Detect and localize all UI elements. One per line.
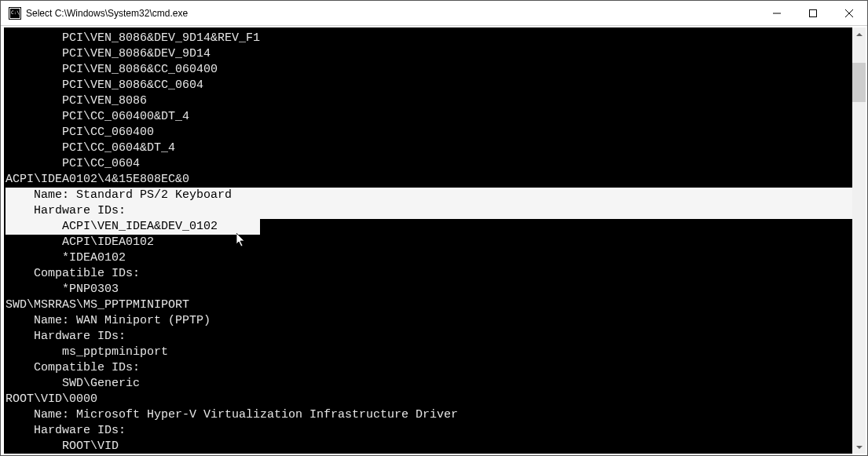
console-line[interactable]: PCI\VEN_8086 <box>5 93 852 109</box>
titlebar[interactable]: C:\ Select C:\Windows\System32\cmd.exe <box>1 1 867 26</box>
svg-text:C:\: C:\ <box>11 9 20 15</box>
console-line[interactable]: Hardware IDs: <box>5 203 852 219</box>
console-line[interactable]: ROOT\VID\0000 <box>5 392 852 407</box>
console-line[interactable]: *IDEA0102 <box>5 250 852 266</box>
scroll-track[interactable] <box>852 41 866 440</box>
vertical-scrollbar[interactable] <box>852 27 866 454</box>
scroll-up-button[interactable] <box>852 27 866 41</box>
scroll-down-button[interactable] <box>852 440 866 454</box>
console-line[interactable]: Name: Standard PS/2 Keyboard <box>5 188 852 203</box>
console-line[interactable]: Hardware IDs: <box>5 329 852 345</box>
svg-rect-5 <box>810 9 817 16</box>
console-line[interactable]: *PNP0303 <box>5 282 852 297</box>
console-line[interactable]: ACPI\IDEA0102\4&15E808EC&0 <box>5 172 852 188</box>
console-area[interactable]: PCI\VEN_8086&DEV_9D14&REV_F1 PCI\VEN_808… <box>4 27 866 454</box>
console-line[interactable]: ROOT\VID <box>5 439 852 454</box>
cmd-icon: C:\ <box>9 7 21 20</box>
console-line[interactable]: ACPI\IDEA0102 <box>5 235 852 250</box>
minimize-button[interactable] <box>759 1 795 25</box>
console-line[interactable]: Compatible IDs: <box>5 266 852 282</box>
console-line[interactable]: ms_pptpminiport <box>5 345 852 360</box>
console-line[interactable]: PCI\CC_060400 <box>5 125 852 140</box>
console-line[interactable]: PCI\VEN_8086&DEV_9D14&REV_F1 <box>5 31 852 46</box>
console-line[interactable]: SWD\Generic <box>5 376 852 392</box>
console-line[interactable]: PCI\CC_060400&DT_4 <box>5 109 852 125</box>
console-line[interactable]: Name: Microsoft Hyper-V Virtualization I… <box>5 407 852 423</box>
console-line[interactable]: PCI\VEN_8086&CC_0604 <box>5 78 852 93</box>
console-line[interactable]: PCI\VEN_8086&DEV_9D14 <box>5 46 852 62</box>
close-button[interactable] <box>831 1 867 25</box>
console-line[interactable]: Name: WAN Miniport (PPTP) <box>5 313 852 329</box>
console-line[interactable]: PCI\CC_0604&DT_4 <box>5 140 852 156</box>
console-line[interactable]: PCI\VEN_8086&CC_060400 <box>5 62 852 78</box>
console-line[interactable]: PCI\CC_0604 <box>5 156 852 172</box>
window-title: Select C:\Windows\System32\cmd.exe <box>26 8 759 19</box>
scroll-thumb[interactable] <box>852 63 866 102</box>
svg-marker-9 <box>856 446 863 449</box>
window-controls <box>759 1 867 25</box>
console-line[interactable]: Hardware IDs: <box>5 423 852 439</box>
svg-marker-8 <box>856 33 863 36</box>
console-line[interactable]: ACPI\VEN_IDEA&DEV_0102 <box>5 219 852 235</box>
console-line[interactable]: SWD\MSRRAS\MS_PPTPMINIPORT <box>5 297 852 313</box>
console-line[interactable]: Compatible IDs: <box>5 360 852 376</box>
maximize-button[interactable] <box>795 1 831 25</box>
console-output[interactable]: PCI\VEN_8086&DEV_9D14&REV_F1 PCI\VEN_808… <box>4 27 852 454</box>
